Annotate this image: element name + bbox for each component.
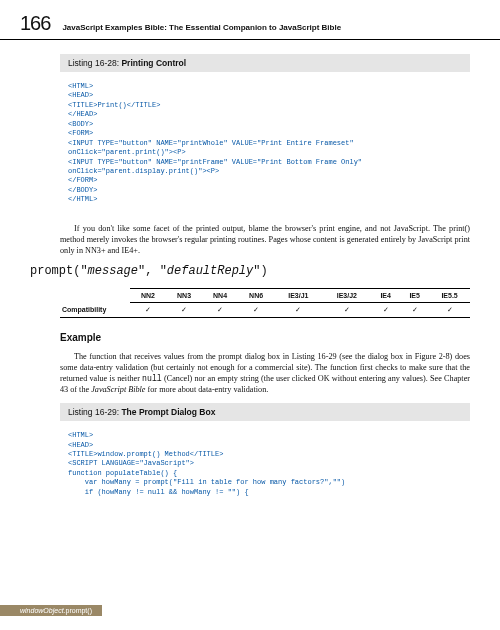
col-ie3j1: IE3/J1 bbox=[274, 288, 323, 302]
prompt-signature: prompt("message", "defaultReply") bbox=[30, 264, 470, 278]
col-ie55: IE5.5 bbox=[429, 288, 470, 302]
col-nn4: NN4 bbox=[202, 288, 238, 302]
paragraph-2: The function that receives values from t… bbox=[60, 351, 470, 395]
listing-1-label: Listing 16-28: bbox=[68, 58, 119, 68]
page-content: Listing 16-28: Printing Control <HTML> <… bbox=[0, 54, 500, 507]
listing-1-title: Printing Control bbox=[121, 58, 186, 68]
compatibility-table: NN2 NN3 NN4 NN6 IE3/J1 IE3/J2 IE4 IE5 IE… bbox=[60, 288, 470, 318]
footer-reference-tab: windowObject.prompt() bbox=[0, 605, 102, 616]
col-nn2: NN2 bbox=[130, 288, 166, 302]
page-header: 166 JavaScript Examples Bible: The Essen… bbox=[0, 0, 500, 40]
example-heading: Example bbox=[60, 332, 470, 343]
code-listing-1: <HTML> <HEAD> <TITLE>Print()</TITLE> </H… bbox=[60, 80, 470, 215]
col-ie3j2: IE3/J2 bbox=[323, 288, 372, 302]
col-ie4: IE4 bbox=[371, 288, 400, 302]
paragraph-1: If you don't like some facet of the prin… bbox=[60, 223, 470, 256]
chapter-title: JavaScript Examples Bible: The Essential… bbox=[62, 23, 341, 32]
listing-2-label: Listing 16-29: bbox=[68, 407, 119, 417]
compat-header-row: NN2 NN3 NN4 NN6 IE3/J1 IE3/J2 IE4 IE5 IE… bbox=[60, 288, 470, 302]
footer-object: windowObject bbox=[20, 607, 64, 614]
row-label: Compatibility bbox=[60, 302, 130, 317]
listing-header-2: Listing 16-29: The Prompt Dialog Box bbox=[60, 403, 470, 421]
listing-header-1: Listing 16-28: Printing Control bbox=[60, 54, 470, 72]
page-number: 166 bbox=[20, 12, 50, 35]
col-nn6: NN6 bbox=[238, 288, 274, 302]
compat-data-row: Compatibility ✓ ✓ ✓ ✓ ✓ ✓ ✓ ✓ ✓ bbox=[60, 302, 470, 317]
inline-code-null: null bbox=[142, 374, 162, 383]
code-listing-2: <HTML> <HEAD> <TITLE>window.prompt() Met… bbox=[60, 429, 470, 507]
listing-2-title: The Prompt Dialog Box bbox=[121, 407, 215, 417]
footer-method: .prompt() bbox=[64, 607, 92, 614]
col-nn3: NN3 bbox=[166, 288, 202, 302]
col-ie5: IE5 bbox=[400, 288, 429, 302]
